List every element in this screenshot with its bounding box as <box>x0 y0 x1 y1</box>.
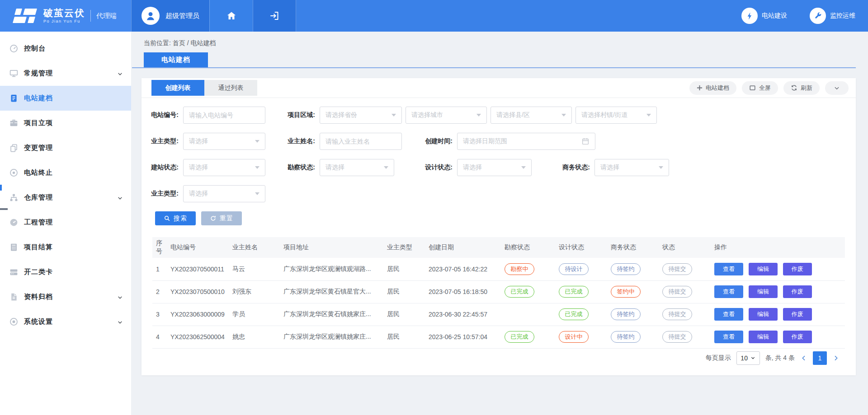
tab-created-list[interactable]: 创建列表 <box>151 80 204 96</box>
status-badge: 已完成 <box>559 308 589 320</box>
col-owner: 业主姓名 <box>232 237 283 258</box>
chevron-down-icon <box>117 319 123 327</box>
edit-button[interactable]: 编辑 <box>749 331 778 343</box>
city-select[interactable]: 请选择城市 <box>406 107 487 124</box>
select-caret-icon <box>255 192 259 195</box>
business-status-select[interactable]: 请选择 <box>594 159 669 176</box>
sidebar-item-system-settings[interactable]: 系统设置 <box>0 309 131 334</box>
edit-button[interactable]: 编辑 <box>749 263 778 275</box>
user-menu[interactable]: 超级管理员 <box>131 0 209 32</box>
col-address: 项目地址 <box>283 237 387 258</box>
status-badge: 已完成 <box>505 331 534 343</box>
sidebar-item-general-mgmt[interactable]: 常规管理 <box>0 61 131 86</box>
logout-button[interactable] <box>253 0 296 32</box>
gauge-icon <box>9 217 19 228</box>
date-range-picker[interactable]: 请选择日期范围 <box>457 133 595 150</box>
settings-icon <box>9 317 19 327</box>
owner-type-select[interactable]: 请选择 <box>183 133 265 150</box>
sidebar-item-project-initiation[interactable]: 项目立项 <box>0 111 131 135</box>
sidebar-item-warehouse-mgmt[interactable]: 仓库管理 <box>0 185 131 210</box>
briefcase-icon <box>9 118 19 128</box>
sidebar-item-open-card[interactable]: 开二类卡 <box>0 260 131 284</box>
county-select[interactable]: 请选择县/区 <box>491 107 572 124</box>
page-number[interactable]: 1 <box>813 351 827 365</box>
table-row: 3 YX2023063000009 学员 广东深圳龙华区黄石镇姚家庄... 居民… <box>152 303 845 326</box>
sidebar-scroll-dash <box>0 208 8 210</box>
province-select[interactable]: 请选择省份 <box>320 107 402 124</box>
refresh-button[interactable]: 刷新 <box>783 81 820 95</box>
filter-row-3: 建站状态: 请选择 勘察状态: 请选择 设计状态: 请选择 商务状态: 请选择 <box>142 159 856 176</box>
table-row: 1 YX2023070500011 马云 广东深圳龙华区观澜镇观湖路... 居民… <box>152 258 845 280</box>
topbar-right-nav: 电站建设 监控运维 <box>741 0 868 32</box>
fullscreen-button[interactable]: 全屏 <box>742 81 778 95</box>
owner-type2-select[interactable]: 请选择 <box>183 185 265 202</box>
list-panel: 创建列表 通过列表 电站建档 全屏 刷新 <box>142 78 856 375</box>
survey-status-select[interactable]: 请选择 <box>320 159 394 176</box>
owner-type-label: 业主类型: <box>146 137 179 145</box>
sidebar-item-data-archive[interactable]: 资料归档 <box>0 284 131 309</box>
filter-form: 电站编号: 项目区域: 请选择省份 请选择城市 请选择县/区 请选择村镇/街道 … <box>142 98 856 225</box>
chevron-down-icon <box>834 85 840 91</box>
home-button[interactable] <box>209 0 253 32</box>
view-button[interactable]: 查看 <box>714 285 743 298</box>
edit-button[interactable]: 编辑 <box>749 285 778 298</box>
region-label: 项目区域: <box>283 111 315 119</box>
reset-button[interactable]: 重置 <box>201 211 242 225</box>
sidebar-item-station-archive[interactable]: 电站建档 <box>0 86 131 111</box>
add-station-button[interactable]: 电站建档 <box>689 81 736 95</box>
select-caret-icon <box>392 114 396 117</box>
prev-page-button[interactable] <box>800 354 807 362</box>
filter-row-1: 电站编号: 项目区域: 请选择省份 请选择城市 请选择县/区 请选择村镇/街道 <box>142 107 856 124</box>
pagination: 每页显示 10 条, 共 4 条 1 <box>142 351 840 365</box>
view-button[interactable]: 查看 <box>714 263 743 275</box>
col-status: 状态 <box>662 237 714 258</box>
calendar-icon <box>581 137 590 145</box>
refresh-icon <box>791 84 797 91</box>
sidebar-item-engineering-mgmt[interactable]: 工程管理 <box>0 210 131 235</box>
status-badge: 签约中 <box>611 286 641 298</box>
panel-toolbar: 电站建档 全屏 刷新 <box>689 81 849 95</box>
void-button[interactable]: 作废 <box>783 263 812 275</box>
town-select[interactable]: 请选择村镇/街道 <box>576 107 657 124</box>
edit-button[interactable]: 编辑 <box>749 308 778 321</box>
view-button[interactable]: 查看 <box>714 331 743 343</box>
search-button[interactable]: 搜索 <box>155 211 196 225</box>
status-badge: 待提交 <box>662 331 692 343</box>
next-page-button[interactable] <box>832 354 840 362</box>
col-actions: 操作 <box>714 237 845 258</box>
station-code-input[interactable] <box>183 107 265 124</box>
view-button[interactable]: 查看 <box>714 308 743 321</box>
sidebar-item-change-mgmt[interactable]: 变更管理 <box>0 135 131 160</box>
sidebar-item-station-termination[interactable]: 电站终止 <box>0 160 131 185</box>
owner-name-input[interactable] <box>320 133 402 150</box>
sidebar-item-project-settlement[interactable]: 项目结算 <box>0 235 131 260</box>
build-status-label: 建站状态: <box>146 163 179 172</box>
sidebar-scrollbar-thumb[interactable] <box>0 185 2 191</box>
void-button[interactable]: 作废 <box>783 285 812 298</box>
nav-station-build[interactable]: 电站建设 <box>741 8 787 24</box>
station-table: 序号 电站编号 业主姓名 项目地址 业主类型 创建日期 勘察状态 设计状态 商务… <box>152 237 845 349</box>
nav-monitor-ops[interactable]: 监控运维 <box>810 8 855 24</box>
status-badge: 待提交 <box>662 286 692 298</box>
build-status-select[interactable]: 请选择 <box>183 159 265 176</box>
sidebar-item-console[interactable]: 控制台 <box>0 36 131 61</box>
page-tab[interactable]: 电站建档 <box>144 52 208 67</box>
brand-text: 破茧云伏 Po Jian Yun Fu <box>43 8 85 23</box>
void-button[interactable]: 作废 <box>783 308 812 321</box>
per-page-select[interactable]: 10 <box>736 351 760 365</box>
status-badge: 待签约 <box>611 308 641 320</box>
target-icon <box>9 168 19 178</box>
select-caret-icon <box>476 114 481 117</box>
collapse-button[interactable] <box>825 81 849 95</box>
monitor-icon <box>9 68 19 79</box>
wrench-icon <box>810 8 826 24</box>
tab-passed-list[interactable]: 通过列表 <box>204 80 257 96</box>
design-status-select[interactable]: 请选择 <box>457 159 532 176</box>
calculator-icon <box>9 242 19 252</box>
col-type: 业主类型 <box>387 237 429 258</box>
copy-icon <box>9 143 19 153</box>
design-status-label: 设计状态: <box>420 163 453 172</box>
file-icon <box>9 292 19 302</box>
brand-title: 破茧云伏 <box>43 8 85 18</box>
void-button[interactable]: 作废 <box>783 331 812 343</box>
